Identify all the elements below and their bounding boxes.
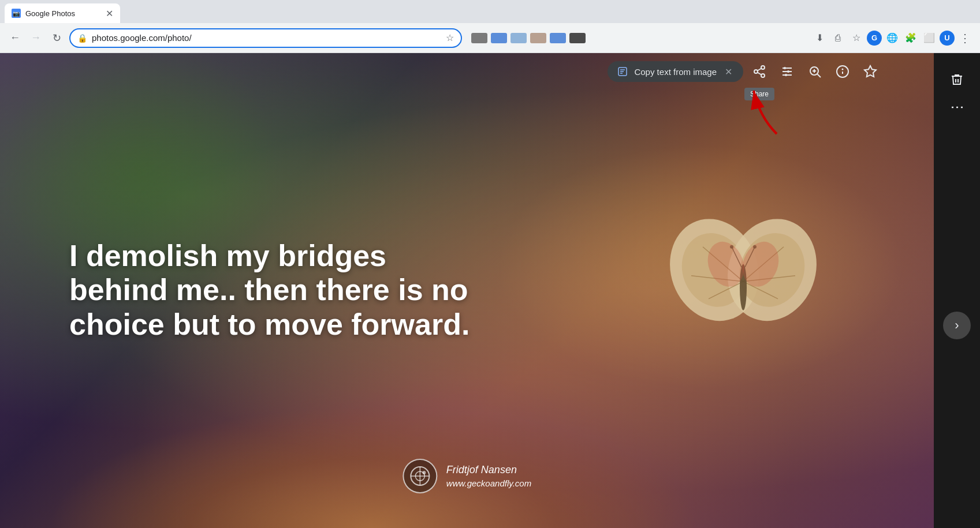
quote-image: I demolish my bridges behind me.. then t… bbox=[0, 53, 934, 528]
share-button-wrapper: Share bbox=[748, 60, 771, 83]
svg-point-37 bbox=[785, 74, 787, 76]
swatch-6[interactable] bbox=[569, 33, 586, 43]
info-button[interactable] bbox=[831, 60, 854, 83]
svg-point-26 bbox=[761, 66, 765, 69]
favicon-strip bbox=[471, 33, 586, 43]
copy-text-close-button[interactable]: ✕ bbox=[722, 66, 734, 77]
main-content: I demolish my bridges behind me.. then t… bbox=[0, 53, 980, 528]
swatch-5[interactable] bbox=[550, 33, 566, 43]
favorite-button[interactable] bbox=[859, 60, 882, 83]
zoom-button[interactable] bbox=[803, 60, 826, 83]
browser-star[interactable]: ☆ bbox=[848, 30, 865, 46]
secure-icon: 🔒 bbox=[77, 33, 87, 43]
next-button[interactable]: › bbox=[943, 312, 971, 339]
address-bar-area: ← → ↻ 🔒 photos.google.com/photo/ ☆ ⬇ ⎙ ☆… bbox=[0, 23, 980, 53]
swatch-2[interactable] bbox=[491, 33, 507, 43]
address-bar-wrapper: 🔒 photos.google.com/photo/ ☆ bbox=[69, 28, 462, 48]
photo-viewer: I demolish my bridges behind me.. then t… bbox=[0, 53, 934, 528]
swatch-1[interactable] bbox=[471, 33, 487, 43]
download-button[interactable]: ⬇ bbox=[811, 30, 828, 46]
right-sidebar: ⋮ › bbox=[934, 53, 980, 528]
next-icon: › bbox=[955, 318, 959, 333]
next-nav-area: › bbox=[943, 122, 971, 528]
tab-close-button[interactable]: ✕ bbox=[106, 8, 113, 19]
svg-point-21 bbox=[422, 471, 426, 474]
swatch-4[interactable] bbox=[530, 33, 546, 43]
svg-line-30 bbox=[758, 69, 762, 71]
svg-marker-45 bbox=[865, 66, 876, 77]
split-view-button[interactable]: ⬜ bbox=[921, 30, 937, 46]
svg-point-28 bbox=[761, 74, 765, 77]
cast-button[interactable]: ⎙ bbox=[830, 30, 846, 46]
photo-toolbar: Copy text from image ✕ Share bbox=[608, 60, 882, 83]
butterfly-svg bbox=[668, 200, 818, 362]
extensions-button[interactable]: 🧩 bbox=[903, 30, 919, 46]
svg-point-27 bbox=[754, 70, 758, 73]
attribution-name: Fridtjof Nansen bbox=[446, 463, 531, 477]
copy-text-pill[interactable]: Copy text from image ✕ bbox=[608, 61, 743, 82]
browser-frame: 📷 Google Photos ✕ ← → ↻ 🔒 photos.google.… bbox=[0, 0, 980, 528]
address-text: photos.google.com/photo/ bbox=[92, 33, 441, 43]
share-tooltip: Share bbox=[744, 88, 774, 100]
chrome-icons: ⬇ ⎙ ☆ G 🌐 🧩 ⬜ U ⋮ bbox=[811, 30, 973, 46]
bookmark-star[interactable]: ☆ bbox=[446, 32, 454, 43]
tab-favicon: 📷 bbox=[12, 9, 21, 18]
attribution-area: Fridtjof Nansen www.geckoandfly.com bbox=[403, 459, 531, 493]
svg-point-35 bbox=[784, 67, 786, 69]
delete-button[interactable] bbox=[944, 67, 970, 92]
svg-line-29 bbox=[758, 73, 762, 75]
attribution-website: www.geckoandfly.com bbox=[446, 477, 531, 489]
attribution-text: Fridtjof Nansen www.geckoandfly.com bbox=[446, 463, 531, 489]
quote-text-overlay: I demolish my bridges behind me.. then t… bbox=[69, 239, 474, 342]
quote-main-text: I demolish my bridges behind me.. then t… bbox=[69, 239, 474, 342]
chrome-menu-button[interactable]: ⋮ bbox=[957, 30, 973, 46]
swatch-3[interactable] bbox=[511, 33, 527, 43]
copy-text-label: Copy text from image bbox=[634, 67, 717, 77]
address-bar[interactable]: 🔒 photos.google.com/photo/ ☆ bbox=[69, 28, 462, 48]
svg-line-39 bbox=[818, 74, 821, 78]
copy-text-icon bbox=[617, 66, 628, 77]
tab-title: Google Photos bbox=[25, 9, 101, 18]
more-options-button[interactable]: ⋮ bbox=[944, 95, 970, 120]
share-button[interactable] bbox=[748, 60, 771, 83]
profile-avatar[interactable]: G bbox=[867, 31, 882, 46]
tab-bar: 📷 Google Photos ✕ bbox=[0, 0, 980, 23]
svg-point-36 bbox=[787, 70, 789, 73]
user-avatar[interactable]: U bbox=[940, 31, 955, 46]
browser-tab[interactable]: 📷 Google Photos ✕ bbox=[5, 3, 120, 23]
attribution-logo bbox=[403, 459, 437, 493]
adjust-button[interactable] bbox=[776, 60, 799, 83]
butterfly-area bbox=[668, 200, 818, 364]
back-button[interactable]: ← bbox=[7, 30, 23, 46]
reload-button[interactable]: ↻ bbox=[49, 30, 65, 46]
forward-button[interactable]: → bbox=[28, 30, 44, 46]
translate-button[interactable]: 🌐 bbox=[884, 30, 900, 46]
